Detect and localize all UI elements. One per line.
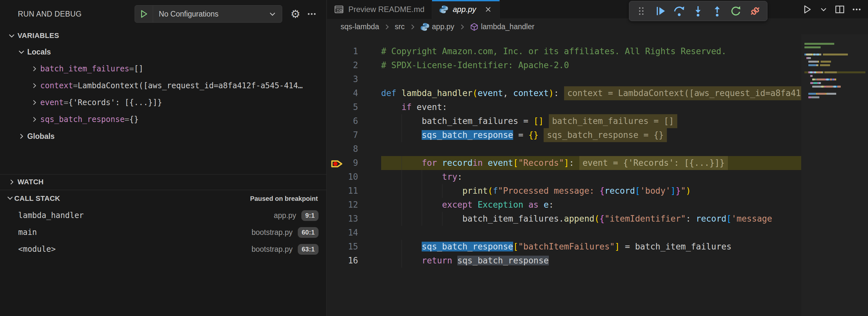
- close-icon[interactable]: [484, 5, 492, 13]
- call-stack-frame[interactable]: mainbootstrap.py60:1: [0, 224, 326, 241]
- code-line-13[interactable]: 13 batch_item_failures.append({"itemIden…: [327, 212, 801, 226]
- breadcrumb-item-sqs-lambda[interactable]: sqs-lambda: [341, 22, 379, 31]
- code-token: ): [549, 88, 554, 98]
- minimap-indent: [804, 78, 812, 81]
- tab-preview-readme-md[interactable]: Preview README.md: [327, 0, 432, 19]
- code-line-15[interactable]: 15 sqs_batch_response["batchItemFailures…: [327, 240, 801, 254]
- run-dropdown-button[interactable]: [817, 3, 830, 15]
- gutter[interactable]: 3: [327, 72, 381, 86]
- variable-name: event: [40, 98, 64, 107]
- gear-icon[interactable]: ⚙: [291, 8, 300, 20]
- code-token: [: [635, 186, 640, 196]
- code-line-3[interactable]: 3: [327, 72, 801, 86]
- disconnect-button[interactable]: [747, 3, 763, 19]
- code-line-5[interactable]: 5 if event:: [327, 100, 801, 114]
- frame-file: app.py: [274, 211, 301, 220]
- code-line-12[interactable]: 12 except Exception as e:: [327, 198, 801, 212]
- minimap-token: [820, 82, 821, 84]
- code-line-11[interactable]: 11 print(f"Processed message: {record['b…: [327, 184, 801, 198]
- more-actions-button[interactable]: [850, 3, 864, 16]
- line-number: 13: [327, 212, 358, 226]
- gutter[interactable]: 10: [327, 170, 381, 184]
- gutter[interactable]: 5: [327, 100, 381, 114]
- code-token: event: [488, 158, 513, 168]
- variable-row[interactable]: sqs_batch_response = {}: [0, 111, 326, 128]
- code-line-2[interactable]: 2# SPDX-License-Identifier: Apache-2.0: [327, 58, 801, 72]
- code-token: "Records": [518, 158, 564, 168]
- start-debug-icon[interactable]: [135, 5, 153, 22]
- step-out-button[interactable]: [709, 3, 725, 19]
- code-line-16[interactable]: 16 return sqs_batch_response: [327, 254, 801, 268]
- line-number: 11: [327, 184, 358, 198]
- gutter[interactable]: 15: [327, 240, 381, 254]
- ellipsis-icon[interactable]: [307, 9, 317, 19]
- continue-button[interactable]: [653, 3, 668, 19]
- tab-label: Preview README.md: [348, 5, 425, 14]
- code-token: :: [686, 214, 696, 224]
- symbol-method-icon: [470, 23, 478, 31]
- breadcrumb-item-app-py[interactable]: app.py: [421, 22, 455, 31]
- minimap-token: [806, 54, 812, 56]
- watch-header-label: WATCH: [18, 178, 44, 186]
- run-python-file-button[interactable]: [800, 2, 814, 17]
- code-token: print: [462, 186, 488, 196]
- watch-section-header[interactable]: WATCH: [0, 175, 326, 189]
- equals-sign: =: [73, 81, 78, 90]
- drag-handle-button[interactable]: [633, 3, 649, 19]
- gutter[interactable]: 1: [327, 44, 381, 58]
- minimap[interactable]: [801, 34, 868, 316]
- variables-section-header[interactable]: VARIABLES: [0, 28, 326, 43]
- split-editor-button[interactable]: [833, 3, 846, 16]
- indent-guide: [442, 212, 442, 226]
- step-over-button[interactable]: [672, 3, 687, 19]
- debug-configuration-dropdown[interactable]: No Configurations: [134, 5, 282, 23]
- code-line-4[interactable]: 4def lambda_handler(event, context):cont…: [327, 86, 801, 100]
- code-line-14[interactable]: 14: [327, 226, 801, 240]
- minimap-line: [804, 54, 865, 56]
- minimap-line: [804, 89, 865, 91]
- minimap-token: [818, 61, 819, 63]
- breadcrumb-item-src[interactable]: src: [395, 22, 405, 31]
- call-stack-section-header[interactable]: CALL STACK Paused on breakpoint: [0, 190, 326, 207]
- line-number: 1: [327, 44, 358, 58]
- gutter[interactable]: 12: [327, 198, 381, 212]
- minimap-line: [804, 78, 865, 81]
- code-line-9[interactable]: 9 for recordin event["Records"]:event = …: [327, 156, 801, 170]
- code-editor[interactable]: 1# Copyright Amazon.com, Inc. or its aff…: [327, 34, 801, 316]
- code-line-8[interactable]: 8: [327, 142, 801, 156]
- code-token: [: [513, 242, 518, 251]
- code-line-6[interactable]: 6 batch_item_failures = []batch_item_fai…: [327, 114, 801, 128]
- gutter[interactable]: 9: [327, 156, 381, 170]
- code-token: event: [417, 102, 442, 112]
- code-line-1[interactable]: 1# Copyright Amazon.com, Inc. or its aff…: [327, 44, 801, 58]
- gutter[interactable]: 2: [327, 58, 381, 72]
- variable-row[interactable]: context = LambdaContext([aws_request_id=…: [0, 77, 326, 94]
- code-token: [: [513, 158, 518, 168]
- breadcrumb-item-lambda-handler[interactable]: lambda_handler: [470, 22, 534, 31]
- minimap-token: [822, 71, 823, 73]
- variable-row[interactable]: batch_item_failures = []: [0, 60, 326, 77]
- call-stack-frame[interactable]: <module>bootstrap.py63:1: [0, 241, 326, 258]
- gutter[interactable]: 13: [327, 212, 381, 226]
- code-token: 'body': [640, 186, 671, 196]
- code-line-10[interactable]: 10 try:: [327, 170, 801, 184]
- gutter[interactable]: 16: [327, 254, 381, 268]
- gutter[interactable]: 11: [327, 184, 381, 198]
- globals-group-row[interactable]: Globals: [0, 128, 326, 145]
- minimap-token: [834, 86, 836, 88]
- gutter[interactable]: 7: [327, 128, 381, 142]
- tab-app-py[interactable]: app.py: [432, 0, 500, 19]
- indent-whitespace: [381, 172, 442, 182]
- breadcrumb-label: sqs-lambda: [341, 22, 379, 31]
- locals-group-row[interactable]: Locals: [0, 43, 326, 60]
- gutter[interactable]: 4: [327, 86, 381, 100]
- variable-row[interactable]: event = {'Records': [{...}]}: [0, 94, 326, 111]
- step-into-button[interactable]: [690, 3, 706, 19]
- code-line-7[interactable]: 7 sqs_batch_response = {}sqs_batch_respo…: [327, 128, 801, 142]
- restart-button[interactable]: [728, 3, 744, 19]
- call-stack-frame[interactable]: lambda_handlerapp.py9:1: [0, 207, 326, 224]
- chevron-right-icon: [29, 99, 40, 106]
- gutter[interactable]: 6: [327, 114, 381, 128]
- gutter[interactable]: 14: [327, 226, 381, 240]
- gutter[interactable]: 8: [327, 142, 381, 156]
